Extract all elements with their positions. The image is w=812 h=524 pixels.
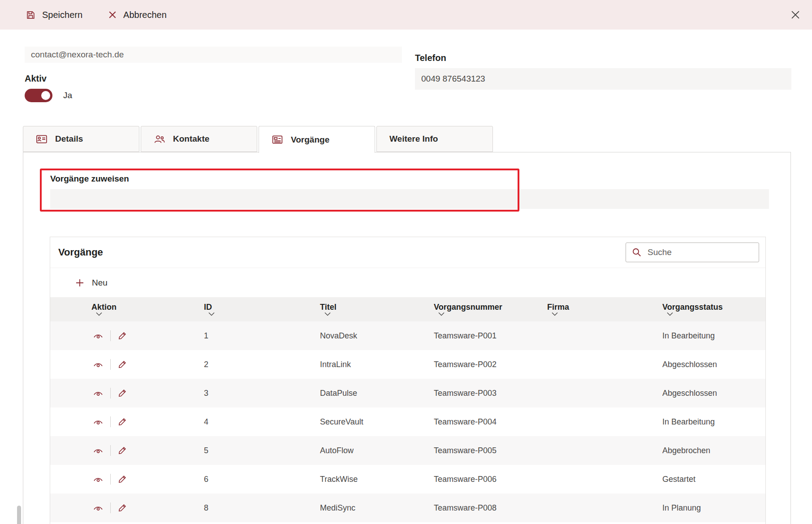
cell-vorgangsnummer: Teamsware-P003 bbox=[434, 379, 547, 407]
edit-button[interactable] bbox=[118, 331, 127, 340]
people-icon bbox=[154, 134, 165, 144]
cancel-button[interactable]: Abbrechen bbox=[108, 10, 167, 20]
cell-id: 1 bbox=[204, 321, 320, 350]
chevron-down-icon bbox=[552, 312, 558, 316]
cell-titel: MediSync bbox=[320, 494, 434, 522]
table-row: 5 AutoFlow Teamsware-P005 Abgebrochen bbox=[50, 436, 765, 465]
search-icon bbox=[632, 247, 642, 257]
contact-card-icon bbox=[36, 134, 48, 144]
table-row: 8 MediSync Teamsware-P008 In Planung bbox=[50, 494, 765, 522]
table-header-row: Aktion ID Titel Vorgangsnummer Firma Vor… bbox=[50, 297, 765, 321]
tab-details[interactable]: Details bbox=[23, 126, 139, 152]
processes-table: Aktion ID Titel Vorgangsnummer Firma Vor… bbox=[50, 297, 765, 522]
view-button[interactable] bbox=[93, 505, 103, 511]
save-button[interactable]: Speichern bbox=[26, 10, 82, 20]
action-divider bbox=[110, 445, 111, 456]
search-box[interactable] bbox=[626, 243, 759, 262]
pencil-icon bbox=[118, 360, 127, 369]
edit-button[interactable] bbox=[118, 417, 127, 426]
cell-vorgangsstatus: In Bearbeitung bbox=[662, 407, 765, 436]
table-row: 4 SecureVault Teamsware-P004 In Bearbeit… bbox=[50, 407, 765, 436]
table-row: 1 NovaDesk Teamsware-P001 In Bearbeitung bbox=[50, 321, 765, 350]
edit-button[interactable] bbox=[118, 503, 127, 512]
view-button[interactable] bbox=[93, 447, 103, 454]
cell-vorgangsnummer: Teamsware-P004 bbox=[434, 407, 547, 436]
cell-titel: SecureVault bbox=[320, 407, 434, 436]
edit-button[interactable] bbox=[118, 446, 127, 455]
column-header-vorgangsnummer[interactable]: Vorgangsnummer bbox=[434, 297, 547, 321]
cell-titel: DataPulse bbox=[320, 379, 434, 407]
pencil-icon bbox=[118, 417, 127, 426]
column-header-firma[interactable]: Firma bbox=[547, 297, 662, 321]
save-icon bbox=[26, 10, 35, 20]
processes-title: Vorgänge bbox=[58, 247, 103, 258]
cell-vorgangsnummer: Teamsware-P008 bbox=[434, 494, 547, 522]
column-header-titel[interactable]: Titel bbox=[320, 297, 434, 321]
action-divider bbox=[110, 502, 111, 513]
cell-id: 3 bbox=[204, 379, 320, 407]
search-input[interactable] bbox=[648, 247, 753, 257]
column-header-aktion[interactable]: Aktion bbox=[50, 297, 204, 321]
cell-firma bbox=[547, 494, 662, 522]
view-button[interactable] bbox=[93, 361, 103, 368]
eye-icon bbox=[93, 419, 103, 425]
edit-button[interactable] bbox=[118, 389, 127, 398]
column-header-id[interactable]: ID bbox=[204, 297, 320, 321]
column-header-vorgangsstatus[interactable]: Vorgangsstatus bbox=[662, 297, 765, 321]
cell-firma bbox=[547, 407, 662, 436]
plus-icon bbox=[75, 278, 84, 287]
chevron-down-icon bbox=[324, 312, 331, 316]
edit-button[interactable] bbox=[118, 475, 127, 484]
action-divider bbox=[110, 359, 111, 370]
aktiv-toggle[interactable] bbox=[25, 89, 52, 102]
cell-titel: AutoFlow bbox=[320, 436, 434, 465]
pencil-icon bbox=[118, 331, 127, 340]
pencil-icon bbox=[118, 446, 127, 455]
eye-icon bbox=[93, 476, 103, 483]
cell-vorgangsnummer: Teamsware-P001 bbox=[434, 321, 547, 350]
telefon-label: Telefon bbox=[415, 53, 446, 63]
new-row: Neu bbox=[50, 268, 765, 297]
toggle-knob bbox=[41, 91, 50, 100]
cell-id: 8 bbox=[204, 494, 320, 522]
eye-icon bbox=[93, 447, 103, 454]
tab-vorgaenge[interactable]: Vorgänge bbox=[259, 126, 375, 153]
processes-header: Vorgänge bbox=[50, 237, 765, 268]
eye-icon bbox=[93, 333, 103, 339]
telefon-field[interactable] bbox=[415, 68, 791, 90]
tab-label: Weitere Info bbox=[389, 134, 438, 144]
cell-titel: IntraLink bbox=[320, 350, 434, 379]
assign-input[interactable] bbox=[50, 189, 769, 209]
cell-vorgangsstatus: Abgeschlossen bbox=[662, 379, 765, 407]
view-button[interactable] bbox=[93, 333, 103, 339]
close-button[interactable] bbox=[790, 10, 800, 20]
eye-icon bbox=[93, 390, 103, 397]
vertical-scrollbar-thumb[interactable] bbox=[17, 506, 21, 524]
cell-titel: TrackWise bbox=[320, 465, 434, 494]
view-button[interactable] bbox=[93, 419, 103, 425]
cell-id: 5 bbox=[204, 436, 320, 465]
view-button[interactable] bbox=[93, 390, 103, 397]
edit-button[interactable] bbox=[118, 360, 127, 369]
pencil-icon bbox=[118, 389, 127, 398]
toolbar: Speichern Abbrechen bbox=[0, 0, 812, 30]
action-divider bbox=[110, 474, 111, 485]
cell-vorgangsnummer: Teamsware-P002 bbox=[434, 350, 547, 379]
tab-label: Kontakte bbox=[173, 134, 209, 144]
tab-bar: Details Kontakte Vorgänge Weitere Info bbox=[23, 126, 493, 153]
new-button[interactable]: Neu bbox=[75, 278, 108, 288]
table-row: 6 TrackWise Teamsware-P006 Gestartet bbox=[50, 465, 765, 494]
tab-kontakte[interactable]: Kontakte bbox=[141, 126, 257, 152]
cell-vorgangsnummer: Teamsware-P006 bbox=[434, 465, 547, 494]
new-label: Neu bbox=[92, 278, 108, 288]
cell-firma bbox=[547, 436, 662, 465]
tab-label: Details bbox=[55, 134, 83, 144]
cell-id: 6 bbox=[204, 465, 320, 494]
tab-weitere-info[interactable]: Weitere Info bbox=[376, 126, 493, 152]
chevron-down-icon bbox=[438, 312, 445, 316]
pencil-icon bbox=[118, 475, 127, 484]
email-field[interactable] bbox=[25, 47, 402, 63]
view-button[interactable] bbox=[93, 476, 103, 483]
tab-label: Vorgänge bbox=[291, 135, 329, 145]
table-row: 2 IntraLink Teamsware-P002 Abgeschlossen bbox=[50, 350, 765, 379]
